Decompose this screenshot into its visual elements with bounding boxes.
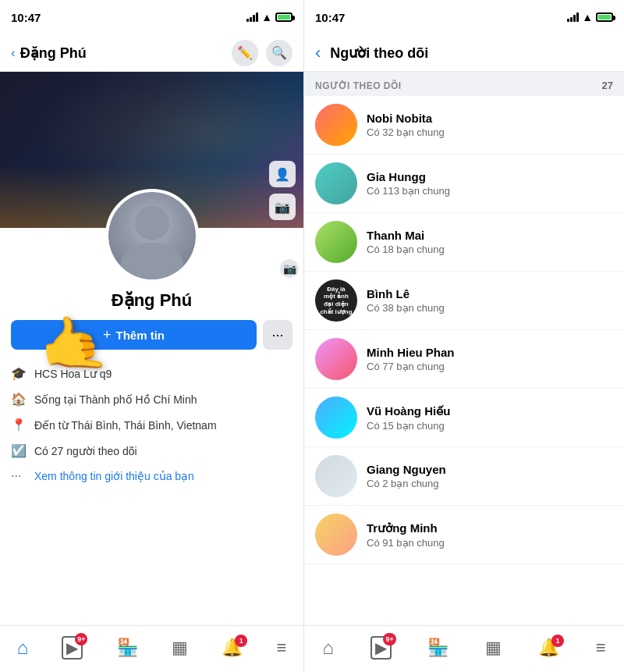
add-info-button[interactable]: + Thêm tin bbox=[11, 320, 257, 350]
back-button-right[interactable]: ‹ bbox=[315, 43, 321, 63]
battery-icon-right bbox=[596, 12, 613, 22]
list-item: 🏠 Sống tại Thành phố Hồ Chí Minh bbox=[11, 386, 292, 412]
follower-mutual-3: Có 18 bạn chung bbox=[367, 244, 445, 255]
follower-item-7[interactable]: Giang Nguyen Có 2 bạn chung bbox=[304, 447, 624, 506]
follower-name-6: Vũ Hoàng Hiếu bbox=[367, 404, 450, 418]
plus-icon: + bbox=[103, 327, 112, 343]
nav-icons-left: ✏️ 🔍 bbox=[232, 40, 292, 66]
avatar-silhouette bbox=[108, 192, 196, 279]
follower-name-5: Minh Hieu Phan bbox=[367, 346, 455, 359]
nav-notifications-right[interactable]: 🔔 1 bbox=[538, 638, 559, 658]
left-panel: 10:47 ▲ ‹ Đặng Phú ✏️ 🔍 👤 📷 bbox=[0, 0, 304, 672]
follower-avatar-1 bbox=[315, 104, 357, 146]
nav-shop-right[interactable]: 🏪 bbox=[427, 638, 448, 658]
nav-shop-left[interactable]: 🏪 bbox=[117, 638, 138, 658]
more-options-button[interactable]: ··· bbox=[263, 320, 292, 350]
shop-nav-icon: 🏪 bbox=[117, 638, 138, 658]
nav-notifications-left[interactable]: 🔔 1 bbox=[222, 638, 243, 658]
nav-header-left: ‹ Đặng Phú ✏️ 🔍 bbox=[0, 34, 303, 72]
dots-icon: ··· bbox=[11, 469, 27, 483]
follower-info-4: Bình Lê Có 38 bạn chung bbox=[367, 287, 445, 314]
intro-text: Xem thông tin giới thiệu của bạn bbox=[34, 470, 194, 482]
nav-video-right[interactable]: ▶ 9+ bbox=[370, 636, 392, 660]
follower-avatar-3 bbox=[315, 221, 357, 263]
follower-avatar-5 bbox=[315, 338, 357, 380]
follower-name-4: Bình Lê bbox=[367, 287, 445, 300]
followers-list: Nobi Nobita Có 32 bạn chung Gia Hungg Có… bbox=[304, 96, 624, 625]
followers-nav-title: Người theo dõi bbox=[330, 44, 428, 62]
edit-avatar-button[interactable]: 📷 bbox=[278, 258, 300, 279]
avatar-area: 📷 bbox=[0, 189, 303, 283]
time-right: 10:47 bbox=[315, 11, 345, 24]
follower-avatar-7 bbox=[315, 455, 357, 497]
avatar bbox=[105, 189, 199, 283]
menu-nav-icon: ▦ bbox=[172, 638, 188, 658]
notifications-badge-left: 1 bbox=[235, 635, 247, 647]
hamburger-nav-icon-right: ≡ bbox=[596, 638, 606, 658]
home-icon: 🏠 bbox=[11, 392, 27, 407]
list-item: 📍 Đến từ Thái Bình, Thái Bình, Vietnam bbox=[11, 412, 292, 438]
follower-mutual-5: Có 77 bạn chung bbox=[367, 361, 455, 372]
home-nav-icon-right: ⌂ bbox=[322, 637, 334, 659]
bottom-nav-right: ⌂ ▶ 9+ 🏪 ▦ 🔔 1 ≡ bbox=[304, 625, 624, 672]
list-item[interactable]: ··· Xem thông tin giới thiệu của bạn bbox=[11, 464, 292, 489]
follower-info-8: Trưởng Minh Có 91 bạn chung bbox=[367, 521, 445, 549]
location-icon: 📍 bbox=[11, 418, 27, 432]
signal-icon-left bbox=[246, 12, 258, 22]
hamburger-nav-icon: ≡ bbox=[276, 638, 286, 658]
follower-item-1[interactable]: Nobi Nobita Có 32 bạn chung bbox=[304, 96, 624, 155]
nav-video-left[interactable]: ▶ 9+ bbox=[62, 636, 83, 660]
edit-icon-button[interactable]: ✏️ bbox=[232, 40, 258, 66]
follower-item-5[interactable]: Minh Hieu Phan Có 77 bạn chung bbox=[304, 330, 624, 389]
follower-mutual-6: Có 15 bạn chung bbox=[367, 420, 450, 432]
time-left: 10:47 bbox=[11, 11, 41, 24]
menu-nav-icon-right: ▦ bbox=[485, 638, 502, 658]
follower-item-8[interactable]: Trưởng Minh Có 91 bạn chung bbox=[304, 506, 624, 564]
action-row: + Thêm tin ··· 🤙 bbox=[0, 320, 303, 350]
home-text: Sống tại Thành phố Hồ Chí Minh bbox=[34, 393, 197, 406]
followers-section-header: NGƯỜI THEO DÕI 27 bbox=[304, 72, 624, 96]
status-icons-left: ▲ bbox=[246, 11, 292, 23]
nav-more-left[interactable]: ≡ bbox=[276, 638, 286, 658]
follower-avatar-6 bbox=[315, 396, 357, 439]
nav-home-left[interactable]: ⌂ bbox=[17, 637, 29, 659]
video-badge-left: 9+ bbox=[75, 633, 87, 645]
follower-item-6[interactable]: Vũ Hoàng Hiếu Có 15 bạn chung bbox=[304, 389, 624, 447]
video-badge-right: 9+ bbox=[383, 633, 395, 645]
battery-icon-left bbox=[275, 12, 292, 22]
followers-icon: ☑️ bbox=[11, 443, 27, 458]
school-text: HCS Hoa Lư q9 bbox=[34, 368, 112, 380]
follower-item-4[interactable]: Đây làmột ảnhđại diệnchất lượng Bình Lê … bbox=[304, 272, 624, 330]
follower-info-1: Nobi Nobita Có 32 bạn chung bbox=[367, 112, 445, 138]
status-bar-right: 10:47 ▲ bbox=[304, 0, 624, 34]
nav-more-right[interactable]: ≡ bbox=[596, 638, 606, 658]
follower-name-7: Giang Nguyen bbox=[367, 463, 446, 476]
follower-mutual-7: Có 2 bạn chung bbox=[367, 478, 446, 489]
follower-info-6: Vũ Hoàng Hiếu Có 15 bạn chung bbox=[367, 404, 450, 432]
shop-nav-icon-right: 🏪 bbox=[427, 638, 448, 658]
nav-home-right[interactable]: ⌂ bbox=[322, 637, 334, 659]
search-icon-button[interactable]: 🔍 bbox=[266, 40, 292, 66]
list-item: 🎓 HCS Hoa Lư q9 bbox=[11, 361, 292, 386]
info-list: 🎓 HCS Hoa Lư q9 🏠 Sống tại Thành phố Hồ … bbox=[0, 361, 303, 489]
list-item: ☑️ Có 27 người theo dõi bbox=[11, 438, 292, 464]
follower-mutual-4: Có 38 bạn chung bbox=[367, 302, 445, 314]
nav-menu-left[interactable]: ▦ bbox=[172, 638, 188, 658]
follower-item-3[interactable]: Thanh Mai Có 18 bạn chung bbox=[304, 213, 624, 272]
followers-text: Có 27 người theo dõi bbox=[34, 445, 137, 457]
follower-item-2[interactable]: Gia Hungg Có 113 bạn chung bbox=[304, 155, 624, 213]
wifi-icon-right: ▲ bbox=[582, 11, 593, 23]
home-nav-icon: ⌂ bbox=[17, 637, 29, 659]
follower-avatar-4: Đây làmột ảnhđại diệnchất lượng bbox=[315, 279, 357, 322]
follower-avatar-2 bbox=[315, 162, 357, 204]
bottom-nav-left: ⌂ ▶ 9+ 🏪 ▦ 🔔 1 ≡ bbox=[0, 625, 303, 672]
wifi-icon-left: ▲ bbox=[261, 11, 272, 23]
followers-section-label: NGƯỜI THEO DÕI bbox=[315, 80, 402, 91]
nav-menu-right[interactable]: ▦ bbox=[485, 638, 502, 658]
right-panel: 10:47 ▲ ‹ Người theo dõi NGƯỜI THEO DÕI … bbox=[304, 0, 624, 672]
follower-mutual-2: Có 113 bạn chung bbox=[367, 185, 450, 197]
tag-person-button[interactable]: 👤 bbox=[269, 161, 296, 187]
follower-name-2: Gia Hungg bbox=[367, 170, 450, 183]
status-bar-left: 10:47 ▲ bbox=[0, 0, 303, 34]
nav-header-right: ‹ Người theo dõi bbox=[304, 34, 624, 72]
